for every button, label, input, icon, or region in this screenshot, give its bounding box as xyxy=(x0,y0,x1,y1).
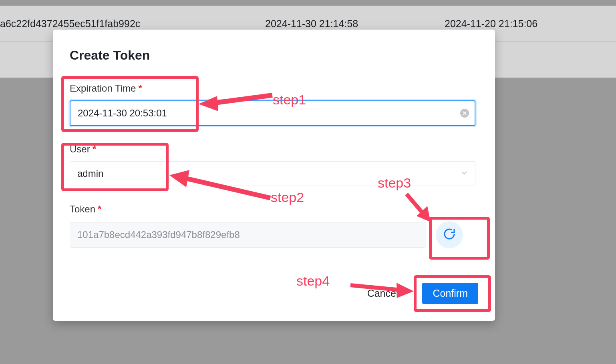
token-row xyxy=(70,221,478,248)
refresh-token-button[interactable] xyxy=(436,221,463,248)
token-input-wrap xyxy=(70,222,426,248)
user-select-value: admin xyxy=(77,168,103,179)
expiration-time-input[interactable] xyxy=(70,100,475,126)
modal-actions: Cancel Confirm xyxy=(367,283,478,304)
required-star-icon: * xyxy=(138,83,142,94)
token-group: Token* xyxy=(70,204,478,248)
clear-icon[interactable] xyxy=(460,109,469,118)
chevron-down-icon xyxy=(460,169,468,178)
required-star-icon: * xyxy=(93,144,96,154)
user-group: User* admin xyxy=(70,144,478,186)
user-label: User xyxy=(70,144,90,155)
expiration-time-group: Expiration Time* xyxy=(70,83,478,126)
user-select[interactable]: admin xyxy=(70,161,475,186)
token-input xyxy=(70,222,426,248)
create-token-modal: Create Token Expiration Time* User* admi… xyxy=(53,30,495,321)
cancel-button[interactable]: Cancel xyxy=(367,288,399,299)
required-star-icon: * xyxy=(98,204,101,214)
user-select-wrap: admin xyxy=(70,161,475,186)
token-label: Token xyxy=(70,204,95,215)
expiration-time-label: Expiration Time xyxy=(70,83,136,94)
refresh-icon xyxy=(442,227,457,243)
modal-title: Create Token xyxy=(70,48,478,63)
expiration-time-input-wrap xyxy=(70,100,475,126)
confirm-button[interactable]: Confirm xyxy=(422,283,478,304)
